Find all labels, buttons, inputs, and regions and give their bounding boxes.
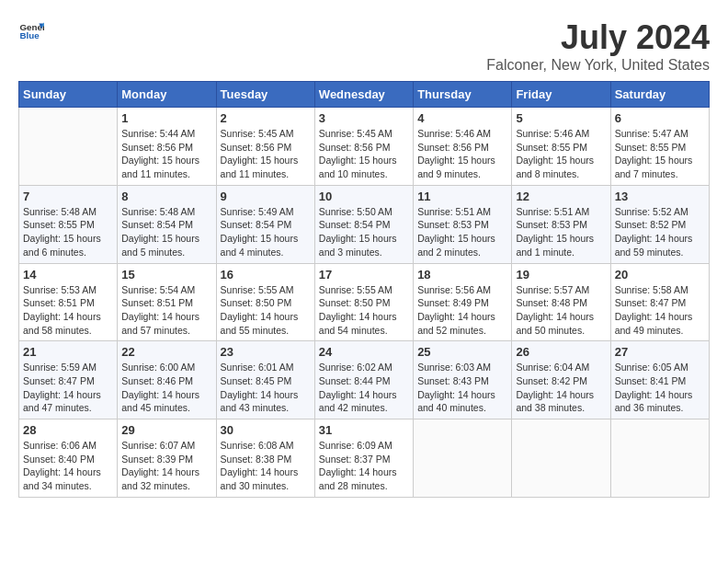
day-number: 1 <box>121 111 211 125</box>
day-number: 28 <box>23 423 113 437</box>
day-number: 30 <box>221 423 311 437</box>
calendar-cell: 24Sunrise: 6:02 AM Sunset: 8:44 PM Dayli… <box>314 341 413 419</box>
day-info: Sunrise: 6:05 AM Sunset: 8:41 PM Dayligh… <box>615 361 705 415</box>
day-number: 31 <box>319 423 409 437</box>
calendar-cell: 10Sunrise: 5:50 AM Sunset: 8:54 PM Dayli… <box>314 185 413 263</box>
day-number: 4 <box>417 111 507 125</box>
day-number: 17 <box>319 268 409 282</box>
calendar-cell: 13Sunrise: 5:52 AM Sunset: 8:52 PM Dayli… <box>610 185 709 263</box>
day-info: Sunrise: 5:51 AM Sunset: 8:53 PM Dayligh… <box>417 205 507 259</box>
calendar-cell: 21Sunrise: 5:59 AM Sunset: 8:47 PM Dayli… <box>19 341 118 419</box>
day-number: 13 <box>615 190 705 203</box>
calendar-week-row: 21Sunrise: 5:59 AM Sunset: 8:47 PM Dayli… <box>19 341 710 419</box>
day-info: Sunrise: 6:03 AM Sunset: 8:43 PM Dayligh… <box>417 361 507 415</box>
day-info: Sunrise: 5:49 AM Sunset: 8:54 PM Dayligh… <box>221 205 311 259</box>
day-number: 19 <box>516 268 606 282</box>
day-info: Sunrise: 6:04 AM Sunset: 8:42 PM Dayligh… <box>516 361 606 415</box>
calendar-cell <box>19 108 118 186</box>
day-info: Sunrise: 5:54 AM Sunset: 8:51 PM Dayligh… <box>121 283 211 338</box>
day-info: Sunrise: 5:46 AM Sunset: 8:56 PM Dayligh… <box>417 127 507 181</box>
day-number: 2 <box>221 111 311 125</box>
day-info: Sunrise: 5:44 AM Sunset: 8:56 PM Dayligh… <box>121 127 211 181</box>
calendar-cell: 4Sunrise: 5:46 AM Sunset: 8:56 PM Daylig… <box>414 108 512 186</box>
calendar-week-row: 14Sunrise: 5:53 AM Sunset: 8:51 PM Dayli… <box>19 263 710 341</box>
day-info: Sunrise: 5:48 AM Sunset: 8:55 PM Dayligh… <box>23 205 113 259</box>
weekday-header-thursday: Thursday <box>414 82 512 108</box>
calendar-cell: 20Sunrise: 5:58 AM Sunset: 8:47 PM Dayli… <box>610 263 709 341</box>
calendar-cell: 5Sunrise: 5:46 AM Sunset: 8:55 PM Daylig… <box>512 108 610 186</box>
subtitle: Falconer, New York, United States <box>486 57 710 74</box>
calendar-cell: 28Sunrise: 6:06 AM Sunset: 8:40 PM Dayli… <box>19 419 118 498</box>
day-info: Sunrise: 6:06 AM Sunset: 8:40 PM Dayligh… <box>23 439 113 493</box>
day-info: Sunrise: 6:00 AM Sunset: 8:46 PM Dayligh… <box>121 361 211 415</box>
calendar-cell: 6Sunrise: 5:47 AM Sunset: 8:55 PM Daylig… <box>610 108 709 186</box>
day-number: 16 <box>221 268 311 282</box>
weekday-header-sunday: Sunday <box>19 82 118 108</box>
day-number: 10 <box>319 190 409 203</box>
day-number: 26 <box>516 345 606 359</box>
calendar-cell: 1Sunrise: 5:44 AM Sunset: 8:56 PM Daylig… <box>118 108 216 186</box>
day-info: Sunrise: 5:59 AM Sunset: 8:47 PM Dayligh… <box>23 361 113 415</box>
weekday-header-tuesday: Tuesday <box>216 82 314 108</box>
calendar-cell: 9Sunrise: 5:49 AM Sunset: 8:54 PM Daylig… <box>216 185 314 263</box>
calendar-cell: 23Sunrise: 6:01 AM Sunset: 8:45 PM Dayli… <box>216 341 314 419</box>
day-info: Sunrise: 5:55 AM Sunset: 8:50 PM Dayligh… <box>221 283 311 338</box>
day-number: 14 <box>23 268 113 282</box>
calendar-cell: 19Sunrise: 5:57 AM Sunset: 8:48 PM Dayli… <box>512 263 610 341</box>
day-number: 27 <box>615 345 705 359</box>
calendar-cell: 17Sunrise: 5:55 AM Sunset: 8:50 PM Dayli… <box>314 263 413 341</box>
calendar-cell <box>610 419 709 498</box>
title-section: July 2024 Falconer, New York, United Sta… <box>486 18 710 74</box>
main-title: July 2024 <box>486 18 710 57</box>
calendar-cell: 22Sunrise: 6:00 AM Sunset: 8:46 PM Dayli… <box>118 341 216 419</box>
calendar-cell: 11Sunrise: 5:51 AM Sunset: 8:53 PM Dayli… <box>414 185 512 263</box>
day-number: 5 <box>516 111 606 125</box>
day-number: 9 <box>221 190 311 203</box>
day-info: Sunrise: 5:52 AM Sunset: 8:52 PM Dayligh… <box>615 205 705 259</box>
logo: General Blue <box>18 18 44 44</box>
calendar-cell: 29Sunrise: 6:07 AM Sunset: 8:39 PM Dayli… <box>118 419 216 498</box>
calendar-cell <box>414 419 512 498</box>
calendar-cell: 2Sunrise: 5:45 AM Sunset: 8:56 PM Daylig… <box>216 108 314 186</box>
day-number: 20 <box>615 268 705 282</box>
day-info: Sunrise: 5:58 AM Sunset: 8:47 PM Dayligh… <box>615 283 705 338</box>
calendar-cell: 14Sunrise: 5:53 AM Sunset: 8:51 PM Dayli… <box>19 263 118 341</box>
calendar-week-row: 1Sunrise: 5:44 AM Sunset: 8:56 PM Daylig… <box>19 108 710 186</box>
page-header: General Blue July 2024 Falconer, New Yor… <box>18 18 710 74</box>
calendar-cell: 25Sunrise: 6:03 AM Sunset: 8:43 PM Dayli… <box>414 341 512 419</box>
day-info: Sunrise: 5:50 AM Sunset: 8:54 PM Dayligh… <box>319 205 409 259</box>
day-info: Sunrise: 6:07 AM Sunset: 8:39 PM Dayligh… <box>121 439 211 493</box>
calendar-cell: 8Sunrise: 5:48 AM Sunset: 8:54 PM Daylig… <box>118 185 216 263</box>
day-info: Sunrise: 6:09 AM Sunset: 8:37 PM Dayligh… <box>319 439 409 493</box>
day-number: 24 <box>319 345 409 359</box>
calendar-cell: 7Sunrise: 5:48 AM Sunset: 8:55 PM Daylig… <box>19 185 118 263</box>
day-number: 6 <box>615 111 705 125</box>
weekday-header-row: SundayMondayTuesdayWednesdayThursdayFrid… <box>19 82 710 108</box>
day-info: Sunrise: 5:47 AM Sunset: 8:55 PM Dayligh… <box>615 127 705 181</box>
day-number: 12 <box>516 190 606 203</box>
calendar-cell: 31Sunrise: 6:09 AM Sunset: 8:37 PM Dayli… <box>314 419 413 498</box>
calendar-cell: 12Sunrise: 5:51 AM Sunset: 8:53 PM Dayli… <box>512 185 610 263</box>
day-number: 8 <box>121 190 211 203</box>
day-info: Sunrise: 5:46 AM Sunset: 8:55 PM Dayligh… <box>516 127 606 181</box>
calendar-week-row: 28Sunrise: 6:06 AM Sunset: 8:40 PM Dayli… <box>19 419 710 498</box>
calendar-cell: 15Sunrise: 5:54 AM Sunset: 8:51 PM Dayli… <box>118 263 216 341</box>
day-number: 7 <box>23 190 113 203</box>
day-info: Sunrise: 5:51 AM Sunset: 8:53 PM Dayligh… <box>516 205 606 259</box>
calendar-cell: 18Sunrise: 5:56 AM Sunset: 8:49 PM Dayli… <box>414 263 512 341</box>
calendar-cell: 16Sunrise: 5:55 AM Sunset: 8:50 PM Dayli… <box>216 263 314 341</box>
day-number: 22 <box>121 345 211 359</box>
calendar-cell: 3Sunrise: 5:45 AM Sunset: 8:56 PM Daylig… <box>314 108 413 186</box>
day-info: Sunrise: 6:08 AM Sunset: 8:38 PM Dayligh… <box>221 439 311 493</box>
day-number: 15 <box>121 268 211 282</box>
weekday-header-wednesday: Wednesday <box>314 82 413 108</box>
day-number: 23 <box>221 345 311 359</box>
weekday-header-saturday: Saturday <box>610 82 709 108</box>
weekday-header-monday: Monday <box>118 82 216 108</box>
calendar-week-row: 7Sunrise: 5:48 AM Sunset: 8:55 PM Daylig… <box>19 185 710 263</box>
day-info: Sunrise: 6:01 AM Sunset: 8:45 PM Dayligh… <box>221 361 311 415</box>
day-info: Sunrise: 6:02 AM Sunset: 8:44 PM Dayligh… <box>319 361 409 415</box>
day-info: Sunrise: 5:48 AM Sunset: 8:54 PM Dayligh… <box>121 205 211 259</box>
day-info: Sunrise: 5:57 AM Sunset: 8:48 PM Dayligh… <box>516 283 606 338</box>
svg-text:Blue: Blue <box>19 30 40 40</box>
